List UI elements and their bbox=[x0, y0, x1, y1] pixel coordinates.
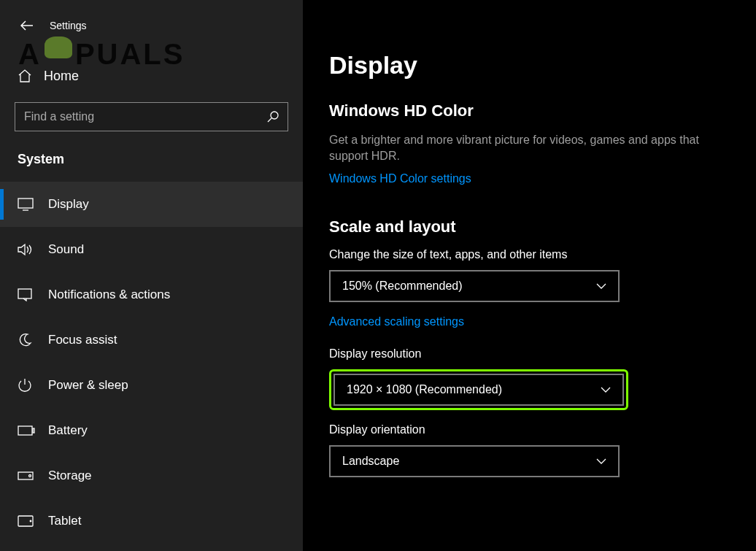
resolution-dropdown[interactable]: 1920 × 1080 (Recommended) bbox=[333, 374, 624, 406]
hd-color-link[interactable]: Windows HD Color settings bbox=[329, 172, 471, 185]
nav-label: Display bbox=[48, 197, 89, 212]
tablet-icon bbox=[18, 515, 34, 527]
sound-icon bbox=[18, 243, 34, 256]
notifications-icon bbox=[18, 288, 34, 301]
sidebar: APUALS Settings Home System bbox=[0, 0, 303, 551]
orientation-value: Landscape bbox=[342, 455, 399, 468]
home-icon bbox=[18, 69, 32, 83]
text-size-dropdown[interactable]: 150% (Recommended) bbox=[329, 270, 620, 302]
nav-item-battery[interactable]: Battery bbox=[0, 408, 303, 453]
search-container bbox=[15, 102, 288, 131]
resolution-value: 1920 × 1080 (Recommended) bbox=[347, 383, 502, 396]
chevron-down-icon bbox=[596, 283, 606, 289]
back-arrow-icon bbox=[20, 20, 34, 31]
section-heading: System bbox=[0, 131, 303, 174]
battery-icon bbox=[18, 425, 35, 436]
main-content: Display Windows HD Color Get a brighter … bbox=[303, 0, 756, 551]
orientation-dropdown[interactable]: Landscape bbox=[329, 445, 620, 477]
home-label: Home bbox=[44, 69, 79, 84]
moon-icon bbox=[18, 333, 32, 347]
nav-label: Focus assist bbox=[48, 333, 117, 347]
hd-color-title: Windows HD Color bbox=[329, 101, 734, 120]
svg-point-0 bbox=[271, 112, 278, 119]
chevron-down-icon bbox=[596, 458, 606, 464]
watermark-logo bbox=[45, 36, 72, 58]
power-icon bbox=[18, 378, 32, 393]
titlebar: Settings bbox=[0, 9, 303, 38]
hd-color-body: Get a brighter and more vibrant picture … bbox=[329, 132, 734, 165]
nav-label: Power & sleep bbox=[48, 378, 128, 393]
window-title: Settings bbox=[50, 20, 87, 31]
page-title: Display bbox=[329, 51, 734, 80]
search-icon bbox=[267, 111, 279, 123]
nav-item-power-sleep[interactable]: Power & sleep bbox=[0, 363, 303, 408]
nav-item-sound[interactable]: Sound bbox=[0, 227, 303, 272]
resolution-label: Display resolution bbox=[329, 347, 734, 361]
chevron-down-icon bbox=[601, 387, 611, 393]
monitor-icon bbox=[18, 198, 34, 211]
svg-rect-2 bbox=[18, 289, 31, 298]
nav-item-display[interactable]: Display bbox=[0, 182, 303, 227]
svg-rect-3 bbox=[18, 426, 32, 435]
search-box[interactable] bbox=[15, 102, 288, 131]
resolution-highlight: 1920 × 1080 (Recommended) bbox=[329, 369, 628, 410]
scale-title: Scale and layout bbox=[329, 217, 734, 236]
orientation-label: Display orientation bbox=[329, 423, 734, 436]
nav-item-notifications[interactable]: Notifications & actions bbox=[0, 272, 303, 317]
svg-rect-4 bbox=[33, 428, 34, 433]
home-button[interactable]: Home bbox=[0, 58, 303, 93]
back-button[interactable] bbox=[10, 15, 42, 36]
text-size-value: 150% (Recommended) bbox=[342, 280, 463, 293]
nav-label: Sound bbox=[48, 242, 84, 257]
nav-label: Tablet bbox=[48, 514, 81, 528]
svg-point-6 bbox=[29, 475, 31, 477]
nav-item-storage[interactable]: Storage bbox=[0, 453, 303, 498]
search-input[interactable] bbox=[24, 110, 267, 123]
advanced-scaling-link[interactable]: Advanced scaling settings bbox=[329, 315, 464, 328]
nav-list: Display Sound Notifications & actions bbox=[0, 182, 303, 544]
nav-item-tablet[interactable]: Tablet bbox=[0, 498, 303, 544]
nav-item-focus-assist[interactable]: Focus assist bbox=[0, 317, 303, 363]
nav-label: Storage bbox=[48, 469, 92, 483]
svg-rect-1 bbox=[18, 199, 33, 208]
storage-icon bbox=[18, 470, 34, 482]
svg-point-8 bbox=[30, 520, 31, 522]
text-size-label: Change the size of text, apps, and other… bbox=[329, 248, 734, 261]
nav-label: Battery bbox=[48, 423, 88, 438]
nav-label: Notifications & actions bbox=[48, 288, 170, 302]
